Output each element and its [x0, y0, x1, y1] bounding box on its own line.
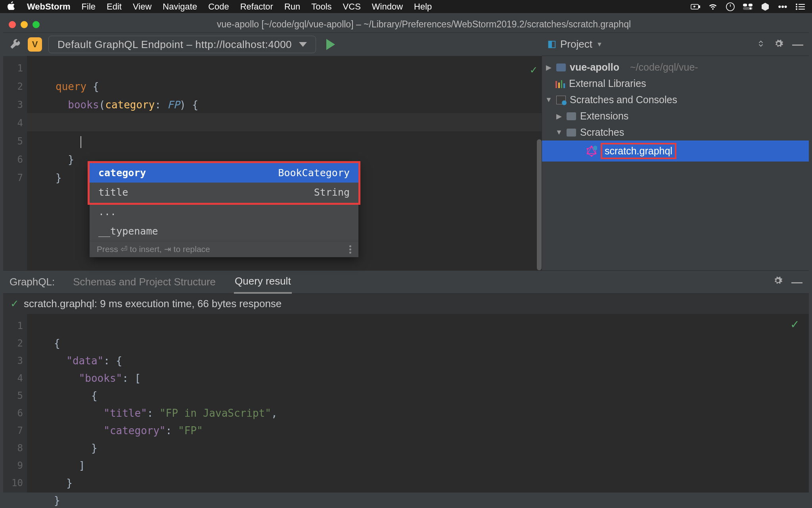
tree-scratches[interactable]: Scratches: [542, 124, 809, 140]
autocomplete-popup[interactable]: categoryBookCategory titleString ... __t…: [90, 163, 358, 257]
gear-icon[interactable]: [773, 276, 783, 289]
tree-external-libs[interactable]: External Libraries: [542, 75, 809, 92]
svg-point-9: [796, 6, 797, 8]
result-json: { "data": { "books": [ { "title": "FP in…: [27, 314, 809, 493]
apple-icon[interactable]: [7, 1, 16, 12]
more-icon[interactable]: [349, 245, 351, 254]
menu-edit[interactable]: Edit: [107, 2, 122, 12]
menu-window[interactable]: Window: [372, 2, 403, 12]
svg-rect-4: [749, 4, 753, 6]
tree-extensions[interactable]: Extensions: [542, 108, 809, 124]
menu-view[interactable]: View: [133, 2, 151, 12]
menu-help[interactable]: Help: [414, 2, 432, 12]
gear-icon[interactable]: [774, 39, 783, 50]
run-button[interactable]: [326, 39, 335, 50]
hide-panel-icon[interactable]: —: [791, 276, 802, 289]
chevron-down-icon: ▼: [596, 41, 603, 48]
svg-rect-1: [699, 6, 700, 8]
autocomplete-item[interactable]: categoryBookCategory: [90, 163, 358, 183]
tray-toggle-icon[interactable]: [743, 2, 753, 12]
tree-scratches-consoles[interactable]: Scratches and Consoles: [542, 92, 809, 108]
macos-menubar: WebStorm File Edit View Navigate Code Re…: [0, 0, 812, 13]
autocomplete-item[interactable]: ...: [90, 202, 358, 221]
project-tree[interactable]: vue-apollo ~/code/gql/vue- External Libr…: [542, 56, 809, 165]
menu-file[interactable]: File: [82, 2, 96, 12]
scrollbar-thumb[interactable]: [537, 139, 542, 270]
menu-code[interactable]: Code: [208, 2, 229, 12]
menu-navigate[interactable]: Navigate: [163, 2, 197, 12]
scratch-badge: V: [28, 37, 42, 52]
close-button[interactable]: [9, 21, 16, 28]
endpoint-label: Default GraphQL Endpoint – http://localh…: [57, 38, 292, 51]
check-icon: ✓: [790, 318, 799, 331]
autocomplete-item[interactable]: titleString: [90, 183, 358, 202]
wrench-icon[interactable]: [10, 38, 21, 50]
tab-query-result[interactable]: Query result: [234, 270, 292, 294]
svg-point-11: [796, 8, 797, 10]
svg-rect-14: [549, 41, 552, 48]
hide-panel-icon[interactable]: —: [792, 38, 803, 51]
svg-rect-12: [799, 9, 805, 10]
menu-tools[interactable]: Tools: [311, 2, 331, 12]
window-title: vue-apollo [~/code/gql/vue-apollo] – ~/L…: [44, 19, 803, 30]
battery-icon[interactable]: [691, 2, 700, 12]
autocomplete-hint: Press ⏎ to insert, ⇥ to replace: [90, 241, 358, 257]
project-sidebar: Project ▼ — vue-apollo ~/code/gql/vue- E…: [542, 56, 809, 270]
window-titlebar: vue-apollo [~/code/gql/vue-apollo] – ~/L…: [3, 16, 809, 33]
result-viewer[interactable]: 12345678910 { "data": { "books": [ { "ti…: [3, 314, 809, 493]
tray-circle-icon[interactable]: [726, 2, 735, 12]
svg-point-15: [591, 146, 593, 148]
svg-rect-10: [799, 6, 805, 7]
menu-app[interactable]: WebStorm: [27, 2, 71, 12]
svg-rect-3: [743, 4, 747, 6]
line-gutter: 1234567: [3, 56, 27, 270]
menu-vcs[interactable]: VCS: [343, 2, 361, 12]
panel-label: GraphQL:: [10, 276, 55, 288]
svg-point-7: [796, 4, 797, 5]
tray-cube-icon[interactable]: [760, 2, 770, 12]
check-icon: ✓: [10, 298, 19, 310]
tray-list-icon[interactable]: [795, 2, 805, 12]
bottom-panel-tabs: GraphQL: Schemas and Project Structure Q…: [3, 270, 809, 293]
project-panel-header: Project ▼ —: [542, 33, 809, 56]
menu-refactor[interactable]: Refactor: [240, 2, 273, 12]
result-gutter: 12345678910: [3, 314, 27, 493]
svg-point-6: [749, 7, 751, 9]
tab-schemas[interactable]: Schemas and Project Structure: [72, 271, 216, 293]
maximize-button[interactable]: [33, 21, 40, 28]
minimize-button[interactable]: [21, 21, 28, 28]
svg-rect-8: [799, 4, 805, 5]
tray-more-icon[interactable]: •••: [778, 2, 787, 12]
chevron-down-icon: [299, 42, 307, 47]
check-icon: ✓: [530, 61, 537, 79]
tree-file-selected[interactable]: scratch.graphql: [542, 140, 809, 162]
wifi-icon[interactable]: [708, 2, 718, 12]
project-selector[interactable]: Project ▼: [548, 38, 603, 50]
svg-point-18: [591, 155, 593, 157]
svg-point-19: [587, 152, 589, 154]
collapse-icon[interactable]: [756, 39, 765, 50]
status-text: scratch.graphql: 9 ms execution time, 66…: [24, 298, 282, 310]
svg-point-20: [587, 148, 589, 150]
query-status-bar: ✓ scratch.graphql: 9 ms execution time, …: [3, 293, 809, 314]
endpoint-selector[interactable]: Default GraphQL Endpoint – http://localh…: [48, 36, 316, 53]
autocomplete-item[interactable]: __typename: [90, 221, 358, 241]
svg-point-17: [595, 152, 597, 154]
menu-run[interactable]: Run: [284, 2, 300, 12]
tree-root[interactable]: vue-apollo ~/code/gql/vue-: [542, 59, 809, 75]
